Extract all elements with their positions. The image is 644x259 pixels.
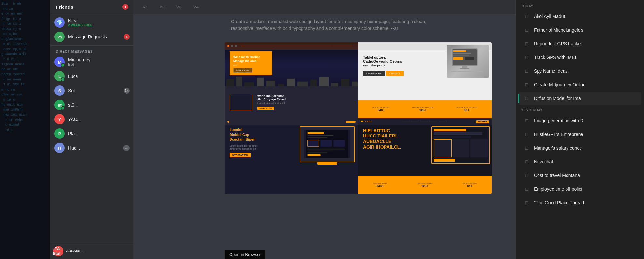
q2-btn-dark[interactable]: LEARN MORE <box>363 71 385 76</box>
contact-name-yac: YAC... <box>68 117 130 122</box>
chat-item-diffusion[interactable]: □ Diffusion Model for Ima <box>518 92 641 105</box>
chat-label-akol: Akol Ayii Madut. <box>534 14 636 19</box>
q3-btn[interactable]: GET STARTED <box>230 153 251 157</box>
contact-pla[interactable]: P Pla... <box>52 126 132 141</box>
svg-rect-2 <box>453 50 466 52</box>
chat-item-good-place[interactable]: □ "The Good Place Thread <box>518 196 641 209</box>
chat-icon-montana: □ <box>524 172 530 179</box>
q1-monitor <box>230 94 252 110</box>
chat-icon-gps-imei: □ <box>524 54 530 61</box>
message-requests-label: Message Requests <box>68 34 120 39</box>
chat-label-gps-lost: Report lost GPS tracker. <box>534 41 636 46</box>
grid-cell-1[interactable]: We c me to OnOiceManage the area orer LE… <box>225 42 358 118</box>
contact-midjourney[interactable]: M Midjourney Bot <box>52 55 132 69</box>
chat-icon-employee: □ <box>524 186 530 192</box>
svg-rect-19 <box>308 152 327 153</box>
svg-rect-8 <box>460 68 469 69</box>
contact-luca[interactable]: L Luca <box>52 69 132 83</box>
q4-stat-2: Solutions General 12K+ <box>417 182 433 188</box>
grid-cell-4[interactable]: ☰ LUMIA STARTED HIELAITTUCHHCC TIAILERLA… <box>358 118 492 194</box>
chat-item-father[interactable]: □ Father of Michelangelo's <box>518 23 641 36</box>
q3-nav <box>225 118 358 125</box>
chat-label-employee: Employee time off polici <box>534 186 636 192</box>
chat-item-gps-lost[interactable]: □ Report lost GPS tracker. <box>518 37 641 50</box>
terminal-text: lbir b nh ng ia e cv nm ne/ frigr Li a n… <box>1 1 49 133</box>
q1-dot-2 <box>231 45 233 47</box>
q3-monitor-base <box>317 162 337 165</box>
q4-stat-1: Business Model 34K+ <box>373 182 387 188</box>
svg-rect-15 <box>321 140 332 147</box>
version-tab-v1[interactable]: V1 <box>140 3 150 11</box>
open-in-browser[interactable]: Open in Browser <box>225 250 265 259</box>
monitor-svg <box>450 47 486 76</box>
image-grid: We c me to OnOiceManage the area orer LE… <box>225 42 492 194</box>
contact-st0[interactable]: st st0... <box>52 98 132 112</box>
q3-dot <box>227 121 229 123</box>
svg-rect-4 <box>453 55 469 56</box>
grid-cell-3[interactable]: LucoiolDiebiel CupDcectan rtlipen Lorem … <box>225 118 358 194</box>
message-requests-icon: ✉ <box>54 32 65 42</box>
contact-name-sol: Sol <box>68 88 120 93</box>
version-tab-v3[interactable]: V3 <box>174 3 184 11</box>
q4-nav-btn[interactable]: STARTED <box>476 120 489 123</box>
q4-nav-lines <box>374 122 475 122</box>
q1-bottom-text: World Inc QazektorAlxtiCory alje Relied … <box>257 94 286 110</box>
q2-stat-1: BUSINESS MODEL 34K+ <box>372 107 390 112</box>
avatar-hud: H <box>54 143 65 153</box>
chat-item-hustle[interactable]: □ HustleGPT's Entreprene <box>518 128 641 141</box>
contact-sol[interactable]: S Sol 14 <box>52 83 132 98</box>
svg-rect-13 <box>308 137 327 138</box>
message-requests-badge: 1 <box>124 34 130 40</box>
chat-history-scroll[interactable]: Today □ Akol Ayii Madut. □ Father of Mic… <box>516 0 644 259</box>
contact-name-midjourney: Midjourney <box>68 57 130 62</box>
q2-stat-2: ENTERPRISE MANAGE 12K+ <box>412 107 434 112</box>
chat-item-montana[interactable]: □ Cost to travel Montana <box>518 169 641 182</box>
grid-cell-2[interactable]: Tablel optore,CadroOe world Oepnrsoan Na… <box>358 42 492 118</box>
nitro-label: Nitro <box>68 18 130 23</box>
version-tab-v4[interactable]: V4 <box>191 3 201 11</box>
q3-monitor-outer <box>300 126 355 162</box>
chat-item-create-mj[interactable]: □ Create Midjourney Online <box>518 78 641 91</box>
q2-stat-val-2: 12K+ <box>412 108 434 112</box>
q1-btn[interactable]: LEARN MORE <box>233 68 252 73</box>
chat-item-akol[interactable]: □ Akol Ayii Madut. <box>518 10 641 23</box>
nitro-item[interactable]: 💎 Nitro 2 WEEKS FREE <box>52 15 132 30</box>
contact-hud[interactable]: H Hud... ... <box>52 141 132 155</box>
chat-item-new-chat[interactable]: □ New chat <box>518 155 641 168</box>
contact-yac[interactable]: Y YAC... <box>52 112 132 126</box>
q4-nav-line-3 <box>420 122 428 122</box>
chat-item-spy[interactable]: □ Spy Name Ideas. <box>518 65 641 78</box>
q1-bottom-body: Lorem ipsum dolor sit amet <box>257 102 286 104</box>
q4-stat-val-1: 34K+ <box>373 184 387 188</box>
q3-body: Lorem ipsum dolor sit ametconsectetur ad… <box>230 144 257 151</box>
chat-label-father: Father of Michelangelo's <box>534 27 636 33</box>
svg-rect-3 <box>453 53 471 54</box>
svg-rect-20 <box>308 154 321 156</box>
q3-content: LucoiolDiebiel CupDcectan rtlipen Lorem … <box>230 127 257 189</box>
bot-message-area: Create a modern, minimalist web design l… <box>225 14 515 35</box>
q4-bar-5 <box>453 139 470 157</box>
chat-icon-father: □ <box>524 27 530 33</box>
svg-rect-18 <box>308 151 334 151</box>
q4-screen-content <box>432 127 489 163</box>
q4-nav-line-2 <box>411 122 419 122</box>
q4-bar-4 <box>434 139 452 157</box>
chat-icon-akol: □ <box>524 13 530 20</box>
q1-bottom-btn[interactable]: CONTACT US <box>257 107 274 110</box>
chat-icon-spy: □ <box>524 68 530 74</box>
q3-monitor-screen <box>304 130 350 158</box>
avatar-pla: P <box>54 128 65 139</box>
message-requests-item[interactable]: ✉ Message Requests 1 <box>52 30 132 44</box>
version-tab-v2[interactable]: V2 <box>157 3 167 11</box>
chat-item-employee[interactable]: □ Employee time off polici <box>518 182 641 195</box>
chat-item-image-gen[interactable]: □ Image generation with D <box>518 114 641 127</box>
q2-bottom-bar: BUSINESS MODEL 34K+ ENTERPRISE MANAGE 12… <box>358 100 492 118</box>
direct-messages-label: DIRECT MESSAGES <box>50 47 133 55</box>
chat-item-gps-imei[interactable]: □ Track GPS with IMEI. <box>518 51 641 64</box>
q2-btn-orange[interactable]: CONTACT <box>386 71 403 76</box>
q1-content: We c me to OnOiceManage the area orer LE… <box>230 51 272 75</box>
avatar-sol: S <box>54 85 65 96</box>
chat-item-manager[interactable]: □ Manager's salary conce <box>518 141 641 154</box>
q1-nav <box>225 42 358 50</box>
q4-nav-line-1 <box>401 122 409 122</box>
